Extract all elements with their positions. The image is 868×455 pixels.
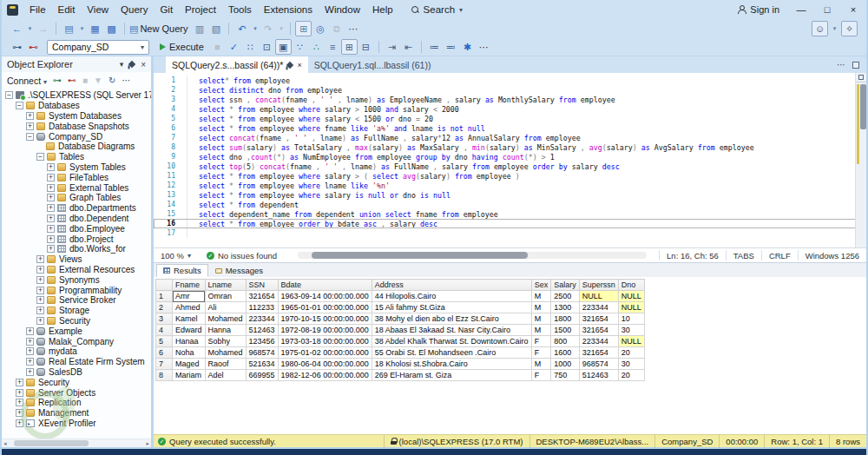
menu-item-file[interactable]: File [23, 0, 52, 19]
zoom-dropdown[interactable]: 100 % ▾ [154, 251, 198, 260]
column-header-dno[interactable]: Dno [618, 280, 644, 291]
tree-item-filetables[interactable]: +FileTables [2, 172, 151, 182]
column-header-lname[interactable]: Lname [205, 280, 246, 291]
save-all-icon[interactable]: ▩ [103, 21, 120, 36]
tree-expand-icon[interactable]: + [16, 419, 23, 427]
tree-item-synonyms[interactable]: +Synonyms [2, 274, 151, 285]
grid-cell[interactable]: Amr [173, 291, 206, 302]
grid-cell[interactable]: 521634 [246, 359, 278, 370]
column-header-bdate[interactable]: Bdate [278, 280, 372, 291]
tree-item-dbo-employee[interactable]: +dbo.Employee [2, 223, 151, 234]
grid-cell[interactable]: 1970-10-15 00:00:00.000 [278, 313, 372, 325]
tree-expand-icon[interactable]: + [47, 204, 55, 212]
grid-cell[interactable]: 1972-08-19 00:00:00.000 [278, 325, 372, 336]
tree-expand-icon[interactable]: + [36, 287, 44, 294]
grid-cell[interactable]: 512463 [246, 325, 278, 336]
editor-line[interactable]: 11select * from employee where salary > … [154, 171, 866, 181]
tree-expand-icon[interactable]: − [36, 153, 44, 161]
tree-item-salesdb[interactable]: +SalesDB [2, 367, 151, 378]
tree-item-company-sd[interactable]: −Company_SD [2, 131, 151, 142]
grid-cell[interactable]: Omran [205, 291, 246, 302]
grid-cell[interactable]: M [531, 302, 551, 313]
grid-cell[interactable]: Raoof [205, 359, 246, 370]
results-to-grid-icon[interactable]: ⊞ [341, 39, 358, 55]
tree-expand-icon[interactable]: + [26, 358, 34, 366]
new-file-dropdown-icon[interactable]: ▾ [77, 21, 87, 36]
grid-cell[interactable]: 30 [618, 325, 644, 336]
redo-dropdown-icon[interactable]: ▾ [276, 21, 286, 36]
connect-dropdown[interactable]: Connect ▾ [7, 76, 47, 86]
grid-cell[interactable]: 968574 [246, 347, 278, 359]
grid-cell[interactable]: 18 Abaas El 3akaad St. Nasr City.Cairo [372, 325, 531, 336]
issues-indicator[interactable]: ✓ No issues found [198, 251, 286, 260]
tree-expand-icon[interactable]: + [36, 296, 44, 304]
grid-cell[interactable]: NULL [579, 291, 618, 302]
row-selector[interactable]: 8 [156, 370, 173, 381]
tree-expand-icon[interactable]: + [36, 317, 44, 325]
back-icon[interactable]: ← [9, 21, 25, 36]
grid-cell[interactable]: Mariam [173, 370, 206, 381]
tree-expand-icon[interactable]: + [47, 225, 55, 233]
grid-cell[interactable]: 750 [551, 370, 580, 381]
menu-item-help[interactable]: Help [366, 0, 399, 19]
grid-cell[interactable]: M [531, 359, 551, 370]
undo-dropdown-icon[interactable]: ▾ [250, 21, 260, 36]
tab-results[interactable]: Results [156, 264, 208, 277]
tree-item-dbo-works-for[interactable]: +dbo.Works_for [2, 244, 151, 254]
tree-expand-icon[interactable]: + [16, 379, 23, 386]
parse-icon[interactable]: ✓ [226, 39, 242, 55]
tree-item-server-objects[interactable]: +Server Objects [2, 387, 151, 398]
grid-cell[interactable]: 112233 [246, 302, 278, 313]
disconnect-icon[interactable]: ⊷ [68, 76, 76, 85]
grid-cell[interactable]: 1600 [551, 347, 580, 359]
tree-item-system-databases[interactable]: +System Databases [2, 111, 151, 122]
editor-line[interactable]: 8select sum(salary) as TotalSalary , max… [154, 142, 866, 152]
grid-cell[interactable]: Hanna [205, 325, 246, 336]
redo-icon[interactable]: ↷ [260, 21, 276, 36]
menu-item-tools[interactable]: Tools [222, 0, 258, 19]
connect-icon[interactable]: ⊶ [9, 39, 25, 55]
indent-icon[interactable]: ⇥ [384, 39, 400, 55]
change-connection-icon[interactable]: ⊷ [25, 39, 42, 55]
grid-cell[interactable]: Sobhy [205, 336, 246, 347]
grid-cell[interactable]: 968574 [579, 359, 618, 370]
row-selector[interactable]: 2 [156, 302, 173, 313]
save-icon[interactable]: ▦ [87, 21, 103, 36]
tree-expand-icon[interactable]: + [36, 276, 44, 284]
grid-cell[interactable]: 1975-01-02 00:00:00.000 [278, 347, 372, 359]
editor-line[interactable]: 17 [154, 228, 866, 238]
menu-item-query[interactable]: Query [115, 0, 154, 19]
sqlcmd-mode-icon[interactable]: ✱ [459, 39, 476, 55]
tree-item-graph-tables[interactable]: +Graph Tables [2, 193, 151, 203]
grid-cell[interactable]: NULL [618, 336, 644, 347]
grid-cell[interactable]: 123456 [246, 336, 278, 347]
column-header-superssn[interactable]: Superssn [579, 280, 618, 291]
tree-expand-icon[interactable]: + [26, 347, 34, 355]
tree-item-dbo-departments[interactable]: +dbo.Departments [2, 203, 151, 214]
tree-expand-icon[interactable]: + [26, 112, 34, 120]
grid-cell[interactable]: 38 Abdel Khalk Tharwat St. Downtown.Cair… [372, 336, 531, 347]
grid-cell[interactable]: 1982-12-06 00:00:00.000 [278, 370, 372, 381]
stop-icon[interactable]: ■ [209, 39, 226, 55]
panel-chevron-icon[interactable]: ▾ [120, 60, 124, 69]
editor-line[interactable]: 12select * from employee where lname lik… [154, 181, 866, 190]
editor-line[interactable]: 16select * from employee order by bdate … [154, 219, 866, 228]
grid-cell[interactable]: 321654 [246, 291, 278, 302]
tree-expand-icon[interactable]: − [26, 133, 34, 141]
stop-tree-icon[interactable]: ■ [82, 76, 88, 85]
tree-expand-icon[interactable]: + [16, 409, 23, 417]
grid-cell[interactable]: 269 El-Haram st. Giza [372, 370, 531, 381]
tree-item-sqlexpress-sql-server-17-0-1000-des[interactable]: −.\SQLEXPRESS (SQL Server 17.0.1000 - DE… [2, 90, 151, 101]
tree-expand-icon[interactable]: + [26, 122, 34, 130]
database-selector[interactable]: Company_SD ▾ [47, 40, 149, 55]
tree-item-real-estate-firm-system[interactable]: +Real Estate Firm System [2, 357, 151, 367]
tree-item-service-broker[interactable]: +Service Broker [2, 295, 151, 306]
editor-line[interactable]: 5select * from employee where salary < 1… [154, 114, 866, 123]
grid-corner-cell[interactable] [156, 280, 173, 291]
oe-overflow-icon[interactable]: ⋯ [122, 76, 130, 85]
panel-close-icon[interactable]: × [141, 60, 146, 69]
grid-cell[interactable]: 1800 [551, 313, 580, 325]
include-actual-plan-icon[interactable]: ∵ [292, 39, 308, 55]
grid-cell[interactable]: 669955 [246, 370, 278, 381]
tree-expand-icon[interactable]: + [26, 327, 34, 335]
